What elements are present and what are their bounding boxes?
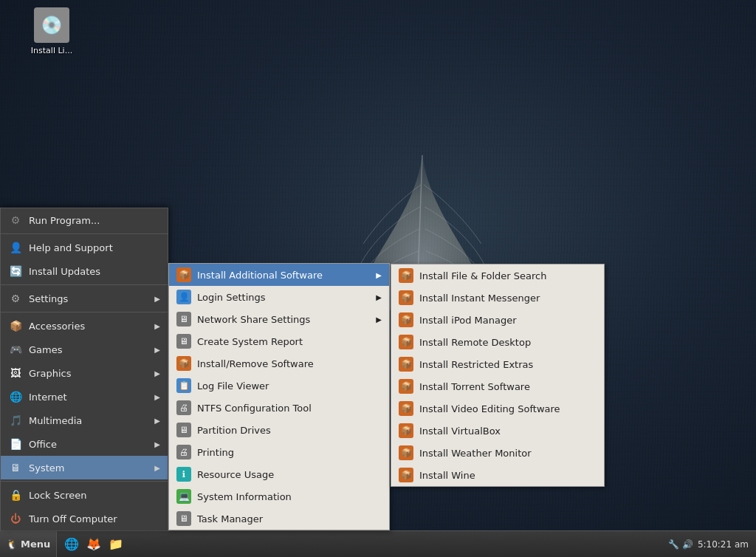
install-remove-icon: 📦 <box>176 356 191 371</box>
remote-desktop-icon: 📦 <box>399 335 413 349</box>
power-icon: ⏻ <box>8 511 23 526</box>
submenu-create-report[interactable]: 🖥 Create System Report <box>169 330 389 352</box>
weather-monitor-label: Install Weather Monitor <box>419 448 532 459</box>
menu-separator-3 <box>1 312 168 312</box>
submenu-log-viewer[interactable]: 📋 Log File Viewer <box>169 375 389 397</box>
submenu-remote-desktop[interactable]: 📦 Install Remote Desktop <box>391 331 604 353</box>
resource-usage-icon: ℹ <box>176 467 191 482</box>
tray-icon-volume[interactable]: 🔊 <box>682 539 693 550</box>
menu-item-settings[interactable]: ⚙ Settings ▶ <box>1 287 168 310</box>
taskbar-menu-icon: 🐧 <box>6 539 18 550</box>
desktop-icon-image: 💿 <box>34 7 69 43</box>
menu-item-internet[interactable]: 🌐 Internet ▶ <box>1 385 168 409</box>
menu-item-games[interactable]: 🎮 Games ▶ <box>1 338 168 361</box>
submenu-torrent-software[interactable]: 📦 Install Torrent Software <box>391 375 604 397</box>
taskbar-icon-network[interactable]: 🌐 <box>61 534 82 555</box>
torrent-software-icon: 📦 <box>399 379 413 394</box>
menu-item-help-support[interactable]: 👤 Help and Support <box>1 236 168 259</box>
submenu-task-manager[interactable]: 🖥 Task Manager <box>169 508 389 530</box>
menu-item-graphics[interactable]: 🖼 Graphics ▶ <box>1 361 168 385</box>
instant-messenger-icon: 📦 <box>399 290 413 305</box>
desktop: 💿 Install Li... ⚙ Run Program... <box>0 0 756 557</box>
accessories-arrow: ▶ <box>154 322 160 330</box>
network-share-label: Network Share Settings <box>197 314 310 325</box>
submenu-ntfs-config[interactable]: 🖨 NTFS Configuration Tool <box>169 397 389 419</box>
menu-item-turn-off[interactable]: ⏻ Turn Off Computer <box>1 507 168 530</box>
settings-icon: ⚙ <box>8 291 23 306</box>
ipod-manager-label: Install iPod Manager <box>419 315 517 326</box>
virtualbox-icon: 📦 <box>399 423 413 438</box>
tray-icons: 🔧 🔊 <box>668 539 693 550</box>
menu-item-run-program[interactable]: ⚙ Run Program... <box>1 208 168 232</box>
submenu-install-remove[interactable]: 📦 Install/Remove Software <box>169 352 389 375</box>
menu-item-lock-label: Lock Screen <box>29 490 86 501</box>
taskbar-quick-launch: 🌐 🦊 📁 <box>57 534 131 555</box>
file-folder-search-icon: 📦 <box>399 268 413 283</box>
submenu-system-info[interactable]: 💻 System Information <box>169 485 389 508</box>
install-additional-submenu: 📦 Install File & Folder Search 📦 Install… <box>391 264 605 487</box>
menu-item-office[interactable]: 📄 Office ▶ <box>1 432 168 456</box>
accessories-icon: 📦 <box>8 318 23 333</box>
video-editing-icon: 📦 <box>399 401 413 416</box>
menu-item-multimedia-label: Multimedia <box>29 415 82 426</box>
menu-separator-2 <box>1 284 168 285</box>
submenu-file-folder-search[interactable]: 📦 Install File & Folder Search <box>391 264 604 287</box>
menu-item-install-updates[interactable]: 🔄 Install Updates <box>1 259 168 283</box>
login-settings-arrow: ▶ <box>376 293 382 301</box>
submenu-partition-drives[interactable]: 🖥 Partition Drives <box>169 419 389 441</box>
submenu-weather-monitor[interactable]: 📦 Install Weather Monitor <box>391 442 604 464</box>
submenu-wine[interactable]: 📦 Install Wine <box>391 464 604 486</box>
ipod-manager-icon: 📦 <box>399 312 413 327</box>
menu-item-run-program-label: Run Program... <box>29 215 100 226</box>
system-icon: 🖥 <box>8 460 23 475</box>
submenu-printing[interactable]: 🖨 Printing <box>169 441 389 463</box>
help-icon: 👤 <box>8 240 23 255</box>
desktop-icon-install[interactable]: 💿 Install Li... <box>22 7 81 55</box>
menu-item-internet-label: Internet <box>29 392 67 403</box>
submenu-ipod-manager[interactable]: 📦 Install iPod Manager <box>391 309 604 331</box>
taskbar-menu-label: Menu <box>21 539 50 550</box>
menu-item-multimedia[interactable]: 🎵 Multimedia ▶ <box>1 409 168 432</box>
menu-item-updates-label: Install Updates <box>29 266 100 277</box>
submenu-resource-usage[interactable]: ℹ Resource Usage <box>169 463 389 485</box>
submenu-video-editing[interactable]: 📦 Install Video Editing Software <box>391 397 604 420</box>
lock-icon: 🔒 <box>8 488 23 502</box>
menu-item-system[interactable]: 🖥 System ▶ <box>1 456 168 479</box>
restricted-extras-icon: 📦 <box>399 357 413 372</box>
system-submenu-container: 📦 Install Additional Software ▶ 📦 Instal… <box>168 263 390 530</box>
taskbar-icon-files[interactable]: 📁 <box>106 534 126 555</box>
start-menu: ⚙ Run Program... 👤 Help and Support 🔄 In… <box>0 208 168 530</box>
submenu-instant-messenger[interactable]: 📦 Install Instant Messenger <box>391 287 604 309</box>
menu-item-settings-label: Settings <box>29 293 68 304</box>
system-info-icon: 💻 <box>176 489 191 504</box>
multimedia-arrow: ▶ <box>154 417 160 425</box>
submenu-login-settings[interactable]: 👤 Login Settings ▶ <box>169 286 389 308</box>
submenu-restricted-extras[interactable]: 📦 Install Restricted Extras <box>391 353 604 375</box>
menu-item-help-label: Help and Support <box>29 242 113 253</box>
menu-item-graphics-label: Graphics <box>29 368 71 379</box>
internet-arrow: ▶ <box>154 393 160 401</box>
submenu-install-additional-label: Install Additional Software <box>197 270 323 281</box>
partition-drives-icon: 🖥 <box>176 423 191 437</box>
submenu-network-share[interactable]: 🖥 Network Share Settings ▶ <box>169 308 389 330</box>
submenu-virtualbox[interactable]: 📦 Install VirtualBox <box>391 420 604 442</box>
menu-item-accessories[interactable]: 📦 Accessories ▶ <box>1 314 168 338</box>
virtualbox-label: Install VirtualBox <box>419 426 501 437</box>
install-additional-arrow: ▶ <box>376 271 382 279</box>
tray-icon-settings[interactable]: 🔧 <box>668 539 679 550</box>
multimedia-icon: 🎵 <box>8 413 23 428</box>
submenu-install-additional[interactable]: 📦 Install Additional Software ▶ 📦 Instal… <box>169 264 389 286</box>
printing-label: Printing <box>197 447 234 458</box>
login-settings-label: Login Settings <box>197 292 266 303</box>
taskbar-icon-browser[interactable]: 🦊 <box>83 534 104 555</box>
file-folder-search-label: Install File & Folder Search <box>419 270 546 281</box>
task-manager-label: Task Manager <box>197 513 263 524</box>
wine-label: Install Wine <box>419 470 475 481</box>
settings-arrow: ▶ <box>154 295 160 303</box>
menu-item-lock-screen[interactable]: 🔒 Lock Screen <box>1 483 168 507</box>
taskbar-system-tray: 🔧 🔊 5:10:21 am <box>661 539 756 550</box>
wine-icon: 📦 <box>399 468 413 482</box>
graphics-icon: 🖼 <box>8 366 23 380</box>
start-menu-button[interactable]: 🐧 Menu <box>0 531 57 557</box>
partition-drives-label: Partition Drives <box>197 425 271 436</box>
